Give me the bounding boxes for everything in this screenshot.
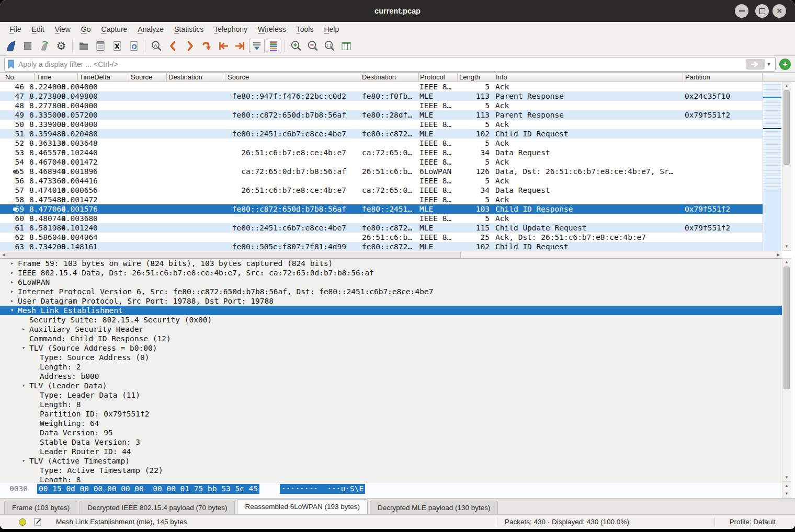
detail-line[interactable]: Security Suite: 802.15.4 Security (0x00) — [0, 315, 782, 325]
scroll-down-icon[interactable]: ▼ — [782, 243, 791, 250]
column-separator[interactable] — [418, 73, 419, 81]
menu-file[interactable]: File — [4, 23, 27, 36]
menu-analyze[interactable]: Analyze — [132, 23, 169, 36]
packet-row-61[interactable]: 618.5819840.101240fe80::2451:c6b7:e8ce:4… — [0, 223, 763, 233]
packet-row-54[interactable]: 548.4670480.001472IEEE 8…5Ack — [0, 157, 763, 167]
go-forward-button[interactable] — [182, 39, 198, 53]
maximize-button[interactable] — [755, 4, 769, 18]
column-header-7[interactable]: Protocol — [420, 73, 445, 82]
menu-capture[interactable]: Capture — [96, 23, 133, 36]
packet-row-48[interactable]: 488.2778080.004000IEEE 8…5Ack — [0, 101, 763, 110]
expand-icon[interactable]: ▸ — [8, 268, 16, 277]
detail-line[interactable]: ▸IEEE 802.15.4 Data, Dst: 26:51:c6:b7:e8… — [0, 268, 782, 277]
scroll-right-icon[interactable]: ▶ — [775, 251, 782, 258]
minimize-button[interactable] — [735, 4, 748, 18]
detail-line[interactable]: Weighting: 64 — [0, 419, 782, 428]
bytes-scrollbar[interactable]: ▲ ▼ — [782, 482, 791, 498]
packet-bytes-pane[interactable]: 0030 00 15 0d 00 00 00 00 00 00 00 01 75… — [0, 482, 782, 498]
detail-line[interactable]: ▾TLV (Source Address = b0:00) — [0, 343, 782, 353]
packet-row-53[interactable]: 538.4655760.10244026:51:c6:b7:e8:ce:4b:e… — [0, 148, 763, 157]
expand-icon[interactable]: ▸ — [8, 277, 16, 287]
column-header-4[interactable]: Destination — [168, 73, 202, 82]
collapse-icon[interactable]: ▾ — [8, 306, 16, 315]
stop-capture-button[interactable] — [20, 39, 36, 53]
go-first-packet-button[interactable] — [215, 39, 231, 53]
scroll-up-icon[interactable]: ▲ — [782, 83, 791, 90]
zoom-original-button[interactable]: 1:1 — [322, 39, 337, 53]
menu-help[interactable]: Help — [319, 23, 344, 36]
column-separator[interactable] — [34, 73, 35, 81]
packet-row-55[interactable]: 558.4689440.001896ca:72:65:0d:b7:b8:56:a… — [0, 167, 763, 176]
column-separator[interactable] — [77, 73, 78, 81]
filter-apply-button[interactable] — [746, 59, 765, 70]
scroll-up-icon[interactable]: ▲ — [782, 259, 791, 266]
column-separator[interactable] — [457, 73, 458, 81]
menu-statistics[interactable]: Statistics — [169, 23, 209, 36]
go-back-button[interactable] — [165, 39, 181, 53]
detail-line[interactable]: ▸Frame 59: 103 bytes on wire (824 bits),… — [0, 259, 782, 268]
filter-add-button[interactable]: + — [779, 59, 791, 70]
colorize-packets-button[interactable] — [266, 39, 281, 53]
resize-columns-button[interactable] — [338, 39, 354, 53]
column-header-3[interactable]: Source — [131, 73, 152, 82]
detail-line[interactable]: ▸6LoWPAN — [0, 277, 782, 287]
go-last-packet-button[interactable] — [232, 39, 248, 53]
menu-telephony[interactable]: Telephony — [209, 23, 253, 36]
packet-row-63[interactable]: 638.7342090.148161fe80::505e:f807:7f81:4… — [0, 242, 763, 251]
column-separator[interactable] — [166, 73, 167, 81]
column-header-9[interactable]: Info — [496, 73, 507, 82]
collapse-icon[interactable]: ▾ — [20, 456, 27, 466]
packet-row-57[interactable]: 578.4740160.00065626:51:c6:b7:e8:ce:4b:e… — [0, 186, 763, 195]
reload-file-button[interactable] — [126, 39, 142, 53]
column-header-1[interactable]: Time — [37, 73, 51, 82]
menu-wireless[interactable]: Wireless — [253, 23, 291, 36]
column-separator[interactable] — [762, 73, 763, 81]
bytes-tab[interactable]: Decrypted MLE payload (130 bytes) — [370, 501, 498, 514]
detail-line[interactable]: ▸Internet Protocol Version 6, Src: fe80:… — [0, 287, 782, 296]
expand-icon[interactable]: ▸ — [20, 325, 27, 334]
filter-bookmark-icon[interactable] — [7, 60, 15, 69]
details-scrollbar[interactable]: ▲ ▼ — [782, 258, 791, 482]
packet-row-50[interactable]: 508.3390080.004000IEEE 8…5Ack — [0, 120, 763, 129]
menu-view[interactable]: View — [50, 23, 76, 36]
start-capture-button[interactable] — [3, 39, 19, 53]
detail-line[interactable]: ▾TLV (Leader Data) — [0, 381, 782, 390]
detail-line[interactable]: Length: 8 — [0, 400, 782, 409]
status-profile[interactable]: Profile: Default — [729, 515, 776, 529]
detail-line[interactable]: ▾Mesh Link Establishment — [0, 306, 782, 315]
detail-line[interactable]: ▸User Datagram Protocol, Src Port: 19788… — [0, 296, 782, 306]
zoom-in-button[interactable] — [288, 39, 304, 53]
detail-line[interactable]: Stable Data Version: 3 — [0, 437, 782, 447]
expert-info-icon[interactable] — [19, 518, 26, 526]
bytes-tab[interactable]: Reassembled 6LoWPAN (193 bytes) — [237, 499, 368, 514]
column-separator[interactable] — [683, 73, 683, 81]
detail-line[interactable]: Type: Source Address (0) — [0, 353, 782, 362]
scroll-left-icon[interactable]: ◀ — [0, 251, 7, 258]
detail-line[interactable]: Data Version: 95 — [0, 428, 782, 437]
column-separator[interactable] — [129, 73, 129, 81]
packet-row-60[interactable]: 608.4807440.003680IEEE 8…5Ack — [0, 214, 763, 223]
packet-row-58[interactable]: 588.4754880.001472IEEE 8…5Ack — [0, 195, 763, 204]
scroll-down-icon[interactable]: ▼ — [782, 490, 791, 498]
detail-line[interactable]: ▸Auxiliary Security Header — [0, 325, 782, 334]
packet-list-scroll-thumb[interactable] — [783, 90, 790, 165]
detail-line[interactable]: Leader Router ID: 44 — [0, 447, 782, 456]
packet-list-scrollbar[interactable]: ▲ ▼ — [782, 82, 791, 251]
expand-icon[interactable]: ▸ — [8, 296, 16, 306]
open-file-button[interactable] — [76, 39, 92, 53]
column-header-5[interactable]: Source — [228, 73, 249, 82]
detail-line[interactable]: Type: Leader Data (11) — [0, 390, 782, 400]
packet-row-49[interactable]: 498.3350080.057200fe80::c872:650d:b7b8:5… — [0, 110, 763, 120]
close-button[interactable]: ✕ — [773, 4, 786, 18]
bytes-tab[interactable]: Decrypted IEEE 802.15.4 payload (70 byte… — [80, 501, 235, 514]
packet-row-52[interactable]: 528.3631360.003648IEEE 8…5Ack — [0, 138, 763, 148]
zoom-out-button[interactable] — [305, 39, 321, 53]
column-header-0[interactable]: No. — [5, 73, 16, 82]
column-separator[interactable] — [360, 73, 360, 81]
detail-line[interactable]: Type: Active Timestamp (22) — [0, 466, 782, 475]
filter-dropdown-caret-icon[interactable]: ▼ — [765, 61, 773, 67]
collapse-icon[interactable]: ▾ — [20, 343, 27, 353]
column-separator[interactable] — [494, 73, 494, 81]
menu-go[interactable]: Go — [76, 23, 96, 36]
packet-list-hscroll-thumb[interactable] — [7, 252, 461, 258]
